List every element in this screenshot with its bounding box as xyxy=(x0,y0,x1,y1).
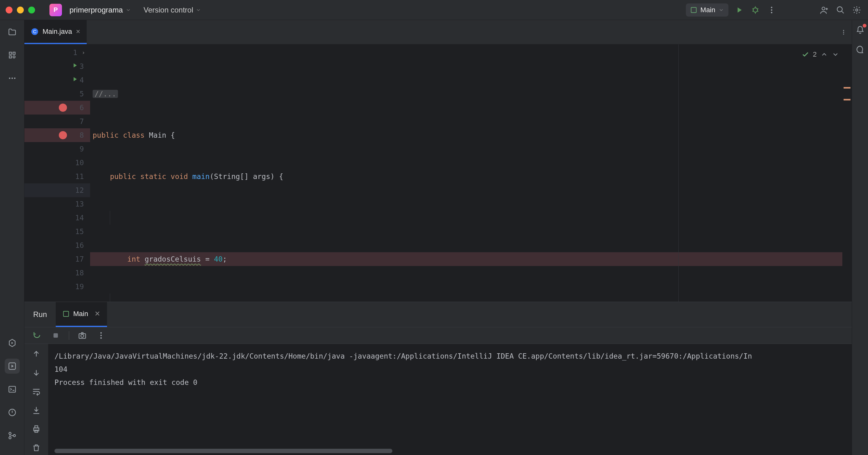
print-button[interactable] xyxy=(31,423,42,435)
terminal-tool-button[interactable] xyxy=(5,382,20,397)
run-toolbar-more[interactable] xyxy=(95,330,107,341)
debug-button[interactable] xyxy=(750,4,761,16)
svg-point-13 xyxy=(11,78,13,79)
svg-point-2 xyxy=(771,6,773,8)
arrow-up-icon xyxy=(32,350,41,358)
line-number: 17 xyxy=(73,252,84,266)
bug-icon xyxy=(751,6,760,14)
svg-point-25 xyxy=(843,33,844,34)
right-margin-guide xyxy=(678,44,679,302)
version-control-menu[interactable]: Version control xyxy=(144,6,202,14)
horizontal-scrollbar[interactable] xyxy=(55,449,392,453)
search-everywhere-button[interactable] xyxy=(835,4,846,16)
minimize-window[interactable] xyxy=(17,6,24,13)
code-token: 40 xyxy=(214,255,223,263)
svg-point-24 xyxy=(843,32,844,33)
line-number: 7 xyxy=(73,115,84,128)
svg-point-6 xyxy=(837,6,842,11)
breakpoint[interactable] xyxy=(59,103,67,112)
editor[interactable]: 1› 3 4 5 6 7 8 9 10 11 12 13 14 15 16 17… xyxy=(24,44,852,302)
editor-gutter[interactable]: 1› 3 4 5 6 7 8 9 10 11 12 13 14 15 16 17… xyxy=(24,44,90,302)
line-number: 13 xyxy=(73,197,84,211)
git-icon xyxy=(8,431,17,440)
console-line: 104 xyxy=(55,363,845,376)
line-number: 5 xyxy=(73,87,84,101)
run-config-tab[interactable]: Main ✕ xyxy=(56,302,107,327)
run-body: /Library/Java/JavaVirtualMachines/jdk-22… xyxy=(24,344,852,455)
more-tool-windows-button[interactable] xyxy=(5,71,20,86)
console-line: /Library/Java/JavaVirtualMachines/jdk-22… xyxy=(55,350,845,363)
structure-tool-button[interactable] xyxy=(5,48,20,63)
editor-tabs-more[interactable] xyxy=(835,20,852,44)
hexagon-play-icon xyxy=(8,339,17,347)
bell-icon xyxy=(856,26,865,34)
inspections-widget[interactable]: 2 xyxy=(802,48,839,61)
close-tab-button[interactable]: ✕ xyxy=(76,28,81,35)
ai-assistant-button[interactable] xyxy=(855,44,866,55)
clear-all-button[interactable] xyxy=(31,442,42,453)
close-window[interactable] xyxy=(6,6,12,13)
line-number: 10 xyxy=(73,156,84,170)
ruler-mark[interactable] xyxy=(844,87,850,89)
vcs-tool-button[interactable] xyxy=(5,428,20,443)
console-side-toolbar xyxy=(24,344,48,455)
line-number: 14 xyxy=(73,211,84,225)
stop-button[interactable] xyxy=(50,330,61,341)
code-area[interactable]: //... public class Main { public static … xyxy=(90,44,852,302)
code-token: gradosCelsuis xyxy=(145,255,201,263)
rerun-button[interactable] xyxy=(31,330,42,341)
run-tool-button[interactable] xyxy=(5,359,20,374)
notifications-button[interactable] xyxy=(855,24,866,36)
fold-toggle[interactable]: › xyxy=(82,46,85,59)
settings-button[interactable] xyxy=(851,4,862,16)
problems-tool-button[interactable] xyxy=(5,405,20,420)
titlebar: P primerprograma Version control Main xyxy=(0,0,868,20)
line-number: 1 xyxy=(67,46,77,59)
chevron-up-icon[interactable] xyxy=(820,51,828,58)
run-config-name: Main xyxy=(700,6,715,14)
run-line-marker[interactable] xyxy=(71,73,78,87)
svg-rect-16 xyxy=(9,387,16,392)
search-icon xyxy=(836,6,845,14)
soft-wrap-button[interactable] xyxy=(31,386,42,397)
svg-point-30 xyxy=(100,332,102,334)
code-with-me-button[interactable] xyxy=(818,4,830,16)
code-token: void xyxy=(170,173,188,181)
svg-rect-26 xyxy=(64,311,69,317)
overview-ruler[interactable] xyxy=(842,44,852,302)
project-tool-button[interactable] xyxy=(5,24,20,39)
folded-region[interactable]: //... xyxy=(93,90,118,98)
more-actions-button[interactable] xyxy=(766,4,777,16)
services-tool-button[interactable] xyxy=(5,335,20,351)
screenshot-button[interactable] xyxy=(77,330,88,341)
chevron-down-icon[interactable] xyxy=(832,51,839,58)
wrap-icon xyxy=(32,387,41,396)
console-output[interactable]: /Library/Java/JavaVirtualMachines/jdk-22… xyxy=(48,344,852,455)
run-button[interactable] xyxy=(734,4,745,16)
scroll-up-button[interactable] xyxy=(31,348,42,360)
ruler-mark[interactable] xyxy=(844,99,850,100)
run-line-marker[interactable] xyxy=(71,59,78,73)
zoom-window[interactable] xyxy=(28,6,35,13)
code-token: public xyxy=(93,131,119,139)
svg-point-29 xyxy=(81,335,84,337)
application-icon xyxy=(63,310,69,317)
console-line: Process finished with exit code 0 xyxy=(55,376,845,389)
window-controls xyxy=(6,6,35,13)
editor-tab-main-java[interactable]: C Main.java ✕ xyxy=(24,20,87,44)
download-icon xyxy=(32,406,41,415)
vc-label: Version control xyxy=(144,6,193,14)
gear-icon xyxy=(852,6,861,14)
close-run-tab[interactable]: ✕ xyxy=(94,310,100,318)
scroll-to-end-button[interactable] xyxy=(31,405,42,416)
breakpoint[interactable] xyxy=(59,131,67,139)
project-selector[interactable]: primerprograma xyxy=(69,6,131,14)
svg-point-18 xyxy=(9,432,11,435)
warning-count: 2 xyxy=(813,48,817,61)
scroll-down-button[interactable] xyxy=(31,367,42,378)
line-number: 18 xyxy=(73,266,84,280)
camera-icon xyxy=(78,331,87,340)
run-configuration-selector[interactable]: Main xyxy=(686,3,728,17)
project-name-label: primerprograma xyxy=(69,6,123,14)
structure-icon xyxy=(8,51,17,59)
